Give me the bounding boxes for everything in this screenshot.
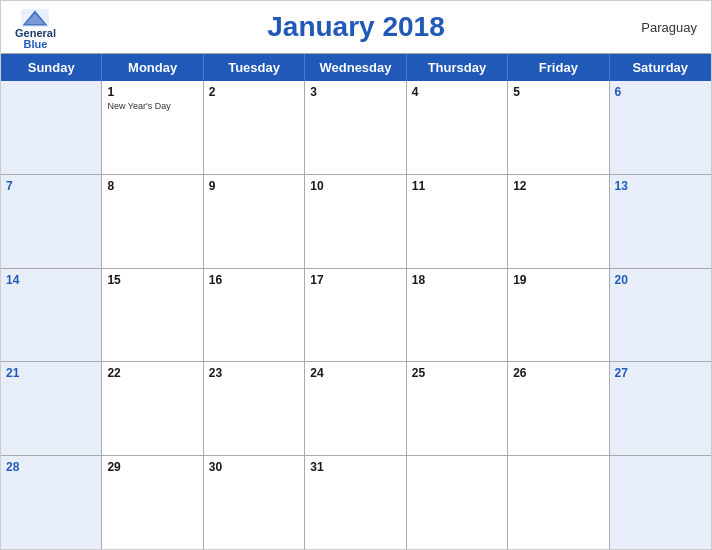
day-cell: 9 (204, 175, 305, 268)
day-cell: 15 (102, 269, 203, 362)
country-label: Paraguay (641, 20, 697, 35)
week-row: 14 15 16 17 18 19 20 (1, 269, 711, 363)
generalblue-logo-icon (21, 9, 49, 27)
day-cell: 27 (610, 362, 711, 455)
calendar-grid: Sunday Monday Tuesday Wednesday Thursday… (1, 53, 711, 549)
day-cell: 2 (204, 81, 305, 174)
day-cell (1, 81, 102, 174)
day-cell: 11 (407, 175, 508, 268)
day-cell: 31 (305, 456, 406, 549)
header-friday: Friday (508, 54, 609, 81)
day-cell: 17 (305, 269, 406, 362)
day-cell (407, 456, 508, 549)
day-cell: 16 (204, 269, 305, 362)
day-cell: 6 (610, 81, 711, 174)
header-tuesday: Tuesday (204, 54, 305, 81)
day-cell: 30 (204, 456, 305, 549)
day-cell: 7 (1, 175, 102, 268)
header-thursday: Thursday (407, 54, 508, 81)
holiday-label: New Year's Day (107, 101, 197, 112)
day-cell (610, 456, 711, 549)
day-cell (508, 456, 609, 549)
day-cell: 29 (102, 456, 203, 549)
day-cell: 18 (407, 269, 508, 362)
header-saturday: Saturday (610, 54, 711, 81)
logo-area: General Blue (15, 9, 56, 50)
day-cell: 24 (305, 362, 406, 455)
day-cell: 10 (305, 175, 406, 268)
week-row: 7 8 9 10 11 12 13 (1, 175, 711, 269)
day-cell: 13 (610, 175, 711, 268)
day-cell: 3 (305, 81, 406, 174)
day-cell: 8 (102, 175, 203, 268)
day-cell: 25 (407, 362, 508, 455)
day-cell: 20 (610, 269, 711, 362)
week-row: 21 22 23 24 25 26 27 (1, 362, 711, 456)
day-cell: 26 (508, 362, 609, 455)
calendar-header: General Blue January 2018 Paraguay (1, 1, 711, 53)
day-cell: 22 (102, 362, 203, 455)
day-headers: Sunday Monday Tuesday Wednesday Thursday… (1, 54, 711, 81)
day-cell: 21 (1, 362, 102, 455)
day-cell: 4 (407, 81, 508, 174)
weeks-container: 1 New Year's Day 2 3 4 5 6 7 8 9 10 11 1… (1, 81, 711, 549)
calendar-container: General Blue January 2018 Paraguay Sunda… (0, 0, 712, 550)
day-cell: 1 New Year's Day (102, 81, 203, 174)
header-sunday: Sunday (1, 54, 102, 81)
header-wednesday: Wednesday (305, 54, 406, 81)
day-cell: 5 (508, 81, 609, 174)
day-cell: 14 (1, 269, 102, 362)
day-cell: 12 (508, 175, 609, 268)
day-cell: 28 (1, 456, 102, 549)
week-row: 28 29 30 31 (1, 456, 711, 549)
logo-blue-text: Blue (24, 39, 48, 50)
day-cell: 19 (508, 269, 609, 362)
calendar-title: January 2018 (267, 11, 444, 43)
week-row: 1 New Year's Day 2 3 4 5 6 (1, 81, 711, 175)
header-monday: Monday (102, 54, 203, 81)
day-cell: 23 (204, 362, 305, 455)
